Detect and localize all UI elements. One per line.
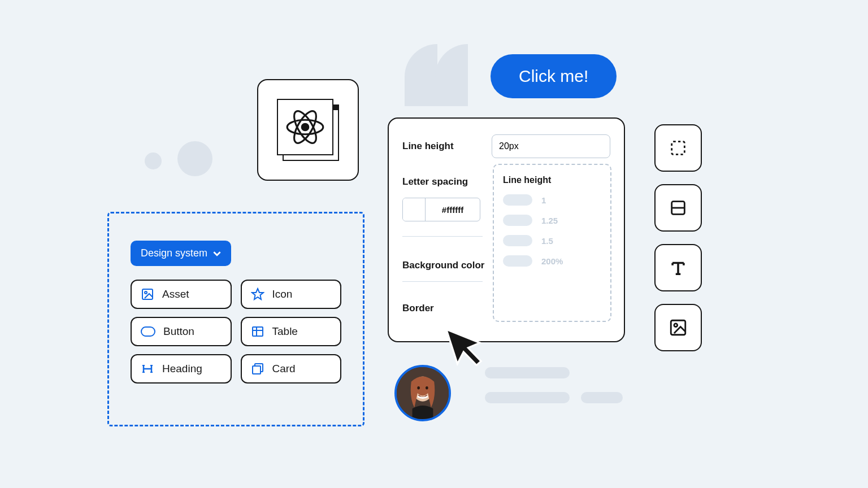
dropdown-option[interactable]: 1 [503, 194, 601, 206]
component-chip-label: Button [163, 325, 194, 338]
component-chip-label: Asset [162, 288, 189, 300]
component-chip-label: Card [272, 363, 296, 375]
option-value: 1.25 [541, 216, 558, 225]
line-height-input[interactable] [492, 134, 610, 158]
text-icon [669, 258, 688, 277]
svg-rect-13 [672, 142, 685, 155]
tool-layout[interactable] [654, 184, 702, 232]
design-system-dropdown-label: Design system [141, 247, 207, 259]
svg-point-0 [302, 124, 308, 130]
layout-icon [669, 198, 688, 217]
svg-rect-6 [141, 327, 155, 336]
react-icon [285, 107, 325, 147]
decorative-dot-medium [177, 141, 212, 176]
style-inspector-panel: Line height Letter spacing #ffffff Backg… [388, 117, 625, 342]
tool-select[interactable] [654, 124, 702, 172]
user-avatar[interactable] [394, 365, 451, 421]
table-icon [251, 325, 264, 338]
option-value: 1 [541, 195, 546, 205]
option-swatch [503, 235, 532, 246]
line-height-label: Line height [402, 141, 454, 152]
svg-point-11 [417, 386, 420, 390]
pill-icon [141, 326, 155, 337]
svg-rect-7 [253, 327, 263, 336]
component-chip-label: Icon [272, 288, 293, 300]
component-chip-label: Table [272, 325, 298, 338]
svg-point-5 [145, 291, 147, 294]
chevron-down-icon [213, 250, 221, 258]
option-value: 1.5 [541, 236, 553, 246]
dropdown-option[interactable]: 1.5 [503, 235, 601, 246]
letter-spacing-label: Letter spacing [402, 176, 468, 188]
placeholder-bar [581, 392, 623, 403]
placeholder-bar [485, 367, 570, 378]
react-logo-card [257, 79, 359, 181]
divider [402, 236, 483, 237]
color-hex-value: #ffffff [426, 205, 480, 215]
color-input[interactable]: #ffffff [402, 198, 480, 221]
component-chip-label: Heading [162, 363, 202, 375]
click-me-button[interactable]: Click me! [491, 54, 617, 98]
select-icon [669, 138, 688, 158]
component-chip-asset[interactable]: Asset [131, 280, 232, 309]
card-stack-icon [251, 362, 264, 376]
design-system-dropdown[interactable]: Design system [131, 241, 231, 266]
component-chip-heading[interactable]: Heading [131, 354, 232, 384]
right-toolbar [654, 124, 702, 351]
design-system-selection: Design system Asset Icon Button Table [107, 212, 364, 426]
tool-text[interactable] [654, 244, 702, 291]
svg-rect-15 [671, 320, 685, 335]
dropdown-option[interactable]: 1.25 [503, 215, 601, 226]
option-swatch [503, 215, 532, 226]
component-chip-button[interactable]: Button [131, 317, 232, 346]
decorative-quotes [405, 44, 468, 106]
placeholder-bar [485, 392, 570, 403]
star-icon [251, 287, 264, 301]
option-value: 200% [541, 256, 563, 266]
divider [402, 281, 483, 282]
component-chip-card[interactable]: Card [241, 354, 342, 384]
dropdown-option[interactable]: 200% [503, 255, 601, 267]
option-swatch [503, 194, 532, 206]
image-icon [141, 287, 154, 301]
svg-rect-8 [253, 366, 261, 374]
image-icon [669, 318, 688, 337]
line-height-dropdown[interactable]: Line height 1 1.25 1.5 200% [493, 164, 611, 322]
option-swatch [503, 255, 532, 267]
heading-icon [141, 362, 154, 376]
svg-point-16 [674, 324, 678, 327]
svg-point-12 [426, 386, 428, 390]
avatar-image [397, 367, 449, 419]
cursor-icon [448, 323, 484, 368]
border-label: Border [402, 303, 434, 314]
decorative-dot-small [145, 152, 162, 169]
component-chip-table[interactable]: Table [241, 317, 342, 346]
tool-image[interactable] [654, 304, 702, 351]
dropdown-title: Line height [503, 175, 601, 185]
color-swatch [403, 198, 426, 221]
svg-rect-4 [142, 289, 153, 299]
component-chip-icon[interactable]: Icon [241, 280, 342, 309]
background-color-label: Background color [402, 260, 484, 271]
